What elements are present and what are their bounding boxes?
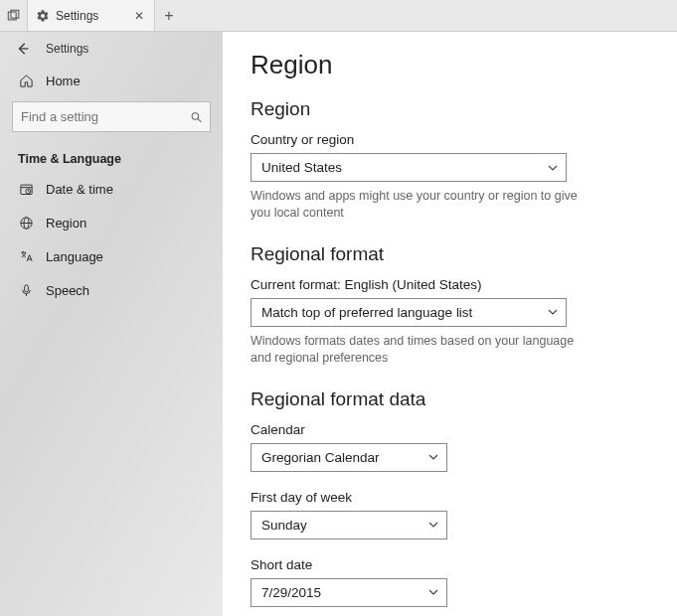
short-date-value: 7/29/2015 [261, 585, 321, 600]
country-label: Country or region [251, 132, 649, 147]
svg-rect-0 [8, 12, 16, 20]
search-input[interactable] [12, 101, 211, 132]
format-value: Match top of preferred language list [261, 305, 472, 320]
svg-rect-12 [24, 284, 28, 291]
sidebar-item-label: Home [46, 74, 81, 88]
language-icon [18, 248, 34, 264]
svg-line-3 [198, 118, 201, 121]
svg-line-8 [28, 191, 29, 192]
country-select[interactable]: United States [251, 153, 567, 182]
short-date-label: Short date [251, 557, 649, 572]
calendar-select[interactable]: Gregorian Calendar [251, 443, 447, 472]
sidebar-item-date-time[interactable]: Date & time [12, 172, 211, 206]
main-content: Region Region Country or region United S… [223, 32, 677, 616]
search-icon [190, 110, 203, 123]
window-titlebar: Settings ✕ + [0, 0, 677, 32]
regional-format-data-group: Regional format data Calendar Gregorian … [251, 388, 649, 617]
regional-format-heading: Regional format [251, 243, 649, 265]
svg-rect-1 [10, 10, 18, 18]
home-icon [18, 73, 34, 88]
chevron-down-icon [548, 163, 558, 173]
country-value: United States [261, 160, 342, 175]
new-tab-button[interactable]: + [155, 7, 183, 25]
region-heading: Region [251, 98, 649, 120]
chevron-down-icon [428, 520, 438, 530]
sidebar-item-region[interactable]: Region [12, 206, 211, 239]
regional-format-group: Regional format Current format: English … [251, 243, 649, 367]
country-helper: Windows and apps might use your country … [251, 188, 589, 222]
gear-icon [36, 9, 50, 23]
format-data-heading: Regional format data [251, 388, 649, 410]
chevron-down-icon [428, 452, 438, 462]
calendar-value: Gregorian Calendar [261, 450, 380, 465]
back-button[interactable] [16, 42, 32, 56]
format-select[interactable]: Match top of preferred language list [251, 298, 567, 327]
sidebar-item-label: Region [46, 216, 86, 231]
sidebar-item-language[interactable]: Language [12, 239, 211, 273]
clock-icon [18, 181, 34, 197]
first-day-select[interactable]: Sunday [251, 511, 447, 539]
sidebar-item-label: Date & time [46, 182, 113, 197]
region-group: Region Country or region United States W… [251, 98, 649, 222]
sidebar: Settings Home Time & Language Date [0, 32, 223, 616]
chevron-down-icon [548, 307, 558, 317]
short-date-select[interactable]: 7/29/2015 [251, 578, 447, 607]
tab-close-button[interactable]: ✕ [132, 9, 146, 23]
calendar-label: Calendar [251, 422, 649, 437]
tab-group-icon[interactable] [0, 0, 28, 31]
first-day-value: Sunday [261, 518, 307, 533]
svg-point-2 [192, 112, 199, 119]
tab-label: Settings [56, 9, 98, 23]
sidebar-item-label: Speech [46, 283, 89, 298]
sidebar-item-label: Language [46, 249, 103, 264]
sidebar-category-label: Time & Language [12, 142, 211, 172]
globe-icon [18, 215, 34, 231]
chevron-down-icon [428, 587, 438, 597]
page-title: Region [251, 50, 649, 80]
format-helper: Windows formats dates and times based on… [251, 333, 589, 367]
current-format-label: Current format: English (United States) [251, 277, 649, 292]
microphone-icon [18, 282, 34, 298]
sidebar-item-home[interactable]: Home [12, 64, 211, 97]
search-container [12, 101, 211, 132]
tab-settings[interactable]: Settings ✕ [28, 0, 155, 31]
sidebar-item-speech[interactable]: Speech [12, 273, 211, 307]
first-day-label: First day of week [251, 490, 649, 505]
breadcrumb-label: Settings [46, 42, 88, 56]
